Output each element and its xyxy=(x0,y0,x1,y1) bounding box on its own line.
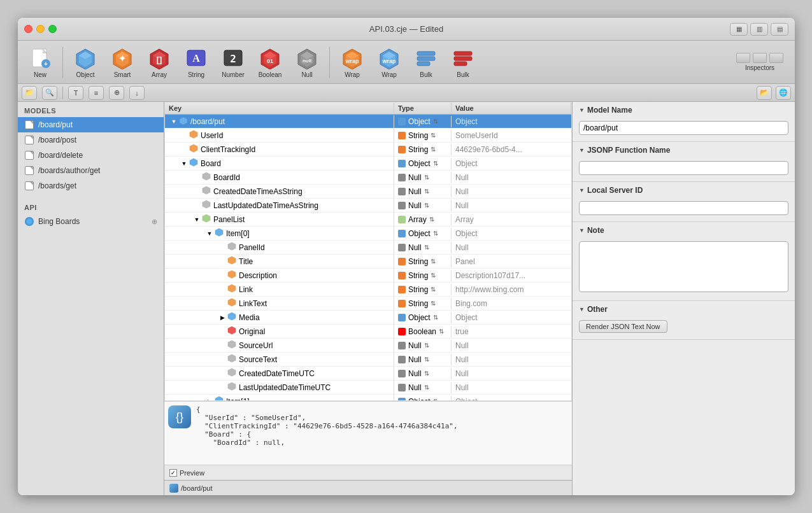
row-type-2: String ⇅ xyxy=(394,144,452,155)
smart-toolbar-item[interactable]: ✦ Smart xyxy=(105,43,139,81)
table-row[interactable]: ▶ LastUpdatedDateTimeAsString Null ⇅ Nul… xyxy=(165,199,571,213)
view-toggle-2[interactable]: ▥ xyxy=(750,23,768,36)
sort-icon-18[interactable]: ⇅ xyxy=(424,370,429,377)
folder-right-button[interactable]: 📂 xyxy=(757,86,772,100)
align-button[interactable]: ≡ xyxy=(89,86,104,100)
sidebar-item-boards-author-get[interactable]: /boards/author/get xyxy=(18,163,164,178)
sidebar-item-boards-get[interactable]: /boards/get xyxy=(18,178,164,193)
new-toolbar-item[interactable]: + New xyxy=(23,43,57,81)
row-key-11: ▶ Description xyxy=(165,269,394,282)
sort-icon-14[interactable]: ⇅ xyxy=(433,314,438,321)
sort-icon-2[interactable]: ⇅ xyxy=(431,146,436,153)
string-toolbar-item[interactable]: A String xyxy=(179,43,213,81)
type-button[interactable]: T xyxy=(68,86,83,100)
table-row[interactable]: ▶ ClientTrackingId String ⇅ 44629e76-6bd… xyxy=(165,143,571,157)
table-row[interactable]: ▶ Item[1] Object ⇅ Object xyxy=(165,395,571,401)
row-value-16: Null xyxy=(452,340,571,351)
globe-button[interactable]: 🌐 xyxy=(776,86,791,100)
sort-icon-10[interactable]: ⇅ xyxy=(431,258,436,265)
expand-arrow-0[interactable]: ▼ xyxy=(170,118,178,125)
local-server-header[interactable]: ▼ Local Server ID xyxy=(573,182,795,199)
render-json-button[interactable]: Render JSON Text Now xyxy=(579,320,667,333)
table-row[interactable]: ▶ LinkText String ⇅ Bing.com xyxy=(165,297,571,311)
search-icon: 🔍 xyxy=(45,88,54,97)
bing-boards-add[interactable]: ⊕ xyxy=(152,218,157,226)
expand-arrow-7[interactable]: ▼ xyxy=(193,216,201,223)
table-row[interactable]: ▶ CreatedDateTimeAsString Null ⇅ Null xyxy=(165,185,571,199)
note-header[interactable]: ▼ Note xyxy=(573,222,795,239)
sort-icon-5[interactable]: ⇅ xyxy=(424,188,429,195)
sort-icon-15[interactable]: ⇅ xyxy=(439,328,444,335)
expand-arrow-8[interactable]: ▼ xyxy=(206,230,213,237)
table-row[interactable]: ▼ Board Object ⇅ Object xyxy=(165,157,571,171)
sort-icon-13[interactable]: ⇅ xyxy=(431,300,436,307)
table-row[interactable]: ▶ Title String ⇅ Panel xyxy=(165,255,571,269)
search-button[interactable]: 🔍 xyxy=(42,86,57,100)
table-row[interactable]: ▶ LastUpdatedDateTimeUTC Null ⇅ Null xyxy=(165,381,571,395)
close-button[interactable] xyxy=(24,25,32,33)
table-row[interactable]: ▶ BoardId Null ⇅ Null xyxy=(165,171,571,185)
wrap2-toolbar-item[interactable]: wrap Wrap xyxy=(372,43,406,81)
sort-icon-19[interactable]: ⇅ xyxy=(424,384,429,391)
array-toolbar-item[interactable]: [] Array xyxy=(142,43,176,81)
inspectors-button[interactable]: Inspectors xyxy=(730,50,790,74)
jsonp-header[interactable]: ▼ JSONP Function Name xyxy=(573,142,795,158)
view-toggle-3[interactable]: ▤ xyxy=(771,23,788,36)
sort-icon-6[interactable]: ⇅ xyxy=(424,202,429,209)
view-toggle-1[interactable]: ▦ xyxy=(730,23,748,36)
table-row[interactable]: ▶ Original Boolean ⇅ true xyxy=(165,325,571,339)
table-row[interactable]: ▶ Description String ⇅ Description107d17… xyxy=(165,269,571,283)
table-row[interactable]: ▶ SourceUrl Null ⇅ Null xyxy=(165,339,571,353)
null-toolbar-item[interactable]: null Null xyxy=(290,43,324,81)
sort-icon-1[interactable]: ⇅ xyxy=(431,132,436,139)
wrap1-toolbar-item[interactable]: wrap Wrap xyxy=(335,43,369,81)
jsonp-input[interactable] xyxy=(579,161,788,175)
sort-icon-16[interactable]: ⇅ xyxy=(424,342,429,349)
model-name-header[interactable]: ▼ Model Name xyxy=(573,102,795,118)
sort-icon-4[interactable]: ⇅ xyxy=(424,174,429,181)
sort-icon-11[interactable]: ⇅ xyxy=(431,272,436,279)
table-row[interactable]: ▼ Item[0] Object ⇅ Object xyxy=(165,227,571,241)
sidebar-item-board-delete[interactable]: /board/delete xyxy=(18,148,164,163)
table-row[interactable]: ▶ PanelId Null ⇅ Null xyxy=(165,241,571,255)
sort-icon-17[interactable]: ⇅ xyxy=(424,356,429,363)
expand-arrow-3[interactable]: ▼ xyxy=(180,160,188,167)
table-row[interactable]: ▶ Media Object ⇅ Object xyxy=(165,311,571,325)
sidebar-item-board-post[interactable]: /board/post xyxy=(18,132,164,148)
row-key-18: ▶ CreatedDateTimeUTC xyxy=(165,367,394,380)
sort-icon-3[interactable]: ⇅ xyxy=(433,160,438,167)
table-row[interactable]: ▶ SourceText Null ⇅ Null xyxy=(165,353,571,367)
table-row[interactable]: ▼ /board/put Object ⇅ Object xyxy=(165,115,571,129)
expand-arrow-14[interactable]: ▶ xyxy=(218,314,226,321)
merge-button[interactable]: ⊕ xyxy=(109,86,124,100)
sort-icon-9[interactable]: ⇅ xyxy=(424,244,429,251)
model-name-input[interactable] xyxy=(579,121,788,135)
sort-icon-12[interactable]: ⇅ xyxy=(431,286,436,293)
local-server-input[interactable] xyxy=(579,201,788,215)
other-header[interactable]: ▼ Other xyxy=(573,301,795,318)
sort-icon-7[interactable]: ⇅ xyxy=(429,216,434,223)
bulk2-toolbar-item[interactable]: Bulk xyxy=(446,43,480,81)
table-row[interactable]: ▶ UserId String ⇅ SomeUserId xyxy=(165,129,571,143)
sort-icon-8[interactable]: ⇅ xyxy=(433,230,438,237)
folder-button[interactable]: 📁 xyxy=(22,86,37,100)
object-toolbar-item[interactable]: Object xyxy=(68,43,103,81)
traffic-lights xyxy=(24,25,57,33)
row-type-4: Null ⇅ xyxy=(394,172,452,183)
minimize-button[interactable] xyxy=(36,25,45,33)
row-icon-15 xyxy=(227,326,236,337)
sidebar-item-bing-boards[interactable]: Bing Boards ⊕ xyxy=(18,214,164,229)
maximize-button[interactable] xyxy=(48,25,57,33)
table-row[interactable]: ▶ CreatedDateTimeUTC Null ⇅ Null xyxy=(165,367,571,381)
number-toolbar-item[interactable]: 2 Number xyxy=(216,43,250,81)
bulk1-toolbar-item[interactable]: Bulk xyxy=(409,43,443,81)
boolean-toolbar-item[interactable]: 01 Boolean xyxy=(253,43,287,81)
type-dot-14 xyxy=(398,314,406,321)
note-textarea[interactable] xyxy=(579,241,788,292)
download-button[interactable]: ↓ xyxy=(129,86,145,100)
table-row[interactable]: ▶ Link String ⇅ http://www.bing.com xyxy=(165,283,571,297)
preview-checkbox[interactable]: ✓ xyxy=(169,469,177,477)
sort-icon-0[interactable]: ⇅ xyxy=(433,118,438,125)
table-row[interactable]: ▼ PanelList Array ⇅ Array xyxy=(165,213,571,227)
sidebar-item-board-put[interactable]: /board/put xyxy=(18,117,164,132)
